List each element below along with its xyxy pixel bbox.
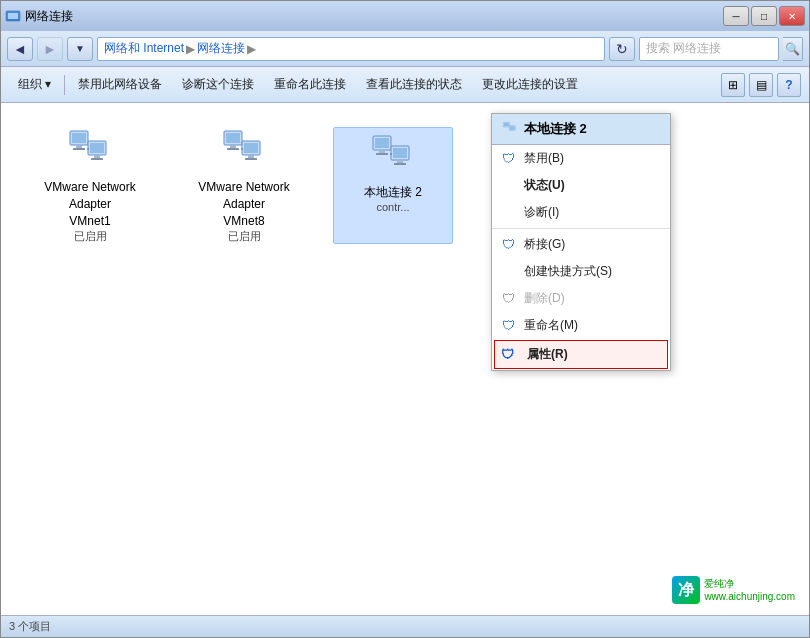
svg-rect-22 [375, 138, 389, 148]
context-menu-header: 本地连接 2 [492, 114, 670, 145]
title-bar: 网络连接 ─ □ ✕ [1, 1, 809, 31]
context-menu-rename[interactable]: 🛡 重命名(M) [492, 312, 670, 339]
svg-rect-6 [73, 148, 85, 150]
properties-shield-icon: 🛡 [499, 347, 515, 363]
adapter-local2[interactable]: 本地连接 2 contr... [333, 127, 453, 244]
watermark-text: 爱纯净 www.aichunjing.com [704, 577, 795, 603]
delete-shield-icon: 🛡 [500, 291, 516, 307]
watermark-site: www.aichunjing.com [704, 590, 795, 603]
svg-rect-18 [248, 155, 254, 158]
svg-rect-23 [379, 150, 385, 153]
svg-rect-26 [393, 148, 407, 158]
local2-status: contr... [376, 201, 409, 213]
svg-rect-2 [6, 19, 20, 21]
help-button[interactable]: ? [777, 73, 801, 97]
svg-rect-13 [226, 133, 240, 143]
breadcrumb: 网络和 Internet ▶ 网络连接 ▶ [97, 37, 605, 61]
disable-shield-icon: 🛡 [500, 151, 516, 167]
main-window: 网络连接 ─ □ ✕ ◄ ► ▼ 网络和 Internet ▶ 网络连接 ▶ ↻… [0, 0, 810, 638]
breadcrumb-sep-2: ▶ [247, 42, 256, 56]
status-label: 状态(U) [524, 177, 565, 194]
toolbar-right: ⊞ ▤ ? [721, 73, 801, 97]
search-icon[interactable]: 🔍 [783, 37, 803, 61]
context-menu-status[interactable]: 状态(U) [492, 172, 670, 199]
local2-icon [369, 132, 417, 180]
context-menu-shortcut[interactable]: 创建快捷方式(S) [492, 258, 670, 285]
status-bar: 3 个项目 [1, 615, 809, 637]
toolbar-separator-1 [64, 75, 65, 95]
view-icon-button[interactable]: ⊞ [721, 73, 745, 97]
disable-label: 禁用(B) [524, 150, 564, 167]
close-button[interactable]: ✕ [779, 6, 805, 26]
delete-label: 删除(D) [524, 290, 565, 307]
svg-rect-5 [76, 145, 82, 148]
svg-rect-10 [91, 158, 103, 160]
disable-device-button[interactable]: 禁用此网络设备 [69, 71, 171, 99]
status-text: 3 个项目 [9, 619, 51, 634]
svg-rect-8 [90, 143, 104, 153]
svg-rect-33 [510, 126, 515, 129]
vmnet8-icon [220, 127, 268, 175]
context-menu-diagnose[interactable]: 诊断(I) [492, 199, 670, 226]
diagnose-button[interactable]: 诊断这个连接 [173, 71, 263, 99]
view-status-button[interactable]: 查看此连接的状态 [357, 71, 471, 99]
breadcrumb-sep-1: ▶ [186, 42, 195, 56]
context-menu-title: 本地连接 2 [524, 120, 587, 138]
toolbar: 组织 ▾ 禁用此网络设备 诊断这个连接 重命名此连接 查看此连接的状态 更改此连… [1, 67, 809, 103]
main-content: VMware Network AdapterVMnet1 已启用 VMware … [1, 103, 809, 615]
search-box[interactable]: 搜索 网络连接 [639, 37, 779, 61]
organize-button[interactable]: 组织 ▾ [9, 71, 60, 99]
context-menu: 本地连接 2 🛡 禁用(B) 状态(U) 诊断(I) 🛡 桥接(G) [491, 113, 671, 371]
rename-shield-icon: 🛡 [500, 318, 516, 334]
svg-rect-31 [504, 123, 509, 126]
svg-rect-15 [227, 148, 239, 150]
shortcut-label: 创建快捷方式(S) [524, 263, 612, 280]
vmnet8-name: VMware Network AdapterVMnet8 [179, 179, 309, 229]
minimize-button[interactable]: ─ [723, 6, 749, 26]
bridge-shield-icon: 🛡 [500, 237, 516, 253]
adapter-vmnet1[interactable]: VMware Network AdapterVMnet1 已启用 [25, 127, 155, 244]
adapter-vmnet8[interactable]: VMware Network AdapterVMnet8 已启用 [179, 127, 309, 244]
svg-rect-1 [8, 13, 18, 19]
svg-rect-24 [376, 153, 388, 155]
context-menu-delete: 🛡 删除(D) [492, 285, 670, 312]
address-bar: ◄ ► ▼ 网络和 Internet ▶ 网络连接 ▶ ↻ 搜索 网络连接 🔍 [1, 31, 809, 67]
context-menu-properties[interactable]: 🛡 属性(R) [494, 340, 668, 369]
breadcrumb-item-2[interactable]: 网络连接 [197, 40, 245, 57]
context-menu-sep-1 [492, 228, 670, 229]
diagnose-icon [500, 205, 516, 221]
vmnet1-name: VMware Network AdapterVMnet1 [25, 179, 155, 229]
watermark: 净 爱纯净 www.aichunjing.com [666, 573, 801, 607]
local2-name: 本地连接 2 [364, 184, 422, 201]
window-title: 网络连接 [25, 8, 73, 25]
shortcut-icon [500, 264, 516, 280]
window-icon [5, 8, 21, 24]
bridge-label: 桥接(G) [524, 236, 565, 253]
layout-button[interactable]: ▤ [749, 73, 773, 97]
properties-label: 属性(R) [527, 346, 568, 363]
breadcrumb-item-1[interactable]: 网络和 Internet [104, 40, 184, 57]
maximize-button[interactable]: □ [751, 6, 777, 26]
search-placeholder: 搜索 网络连接 [646, 40, 772, 57]
diagnose-label: 诊断(I) [524, 204, 559, 221]
svg-rect-19 [245, 158, 257, 160]
change-settings-button[interactable]: 更改此连接的设置 [473, 71, 587, 99]
dropdown-button[interactable]: ▼ [67, 37, 93, 61]
forward-button[interactable]: ► [37, 37, 63, 61]
context-menu-header-icon [502, 121, 518, 137]
svg-rect-9 [94, 155, 100, 158]
vmnet1-icon [66, 127, 114, 175]
context-menu-disable[interactable]: 🛡 禁用(B) [492, 145, 670, 172]
svg-rect-4 [72, 133, 86, 143]
rename-button[interactable]: 重命名此连接 [265, 71, 355, 99]
watermark-brand: 爱纯净 [704, 577, 795, 590]
svg-rect-17 [244, 143, 258, 153]
title-bar-left: 网络连接 [5, 8, 73, 25]
watermark-logo: 净 [672, 576, 700, 604]
back-button[interactable]: ◄ [7, 37, 33, 61]
rename-label: 重命名(M) [524, 317, 578, 334]
status-icon [500, 178, 516, 194]
refresh-button[interactable]: ↻ [609, 37, 635, 61]
vmnet8-status: 已启用 [228, 229, 261, 244]
context-menu-bridge[interactable]: 🛡 桥接(G) [492, 231, 670, 258]
